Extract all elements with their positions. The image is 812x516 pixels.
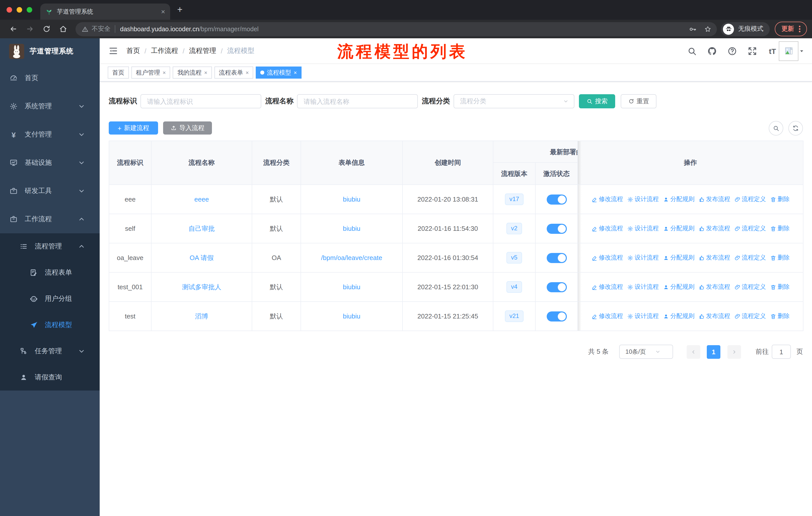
action-delete-link[interactable]: 删除 [770, 195, 790, 203]
action-edit-link[interactable]: 修改流程 [591, 253, 623, 262]
process-name-link[interactable]: 测试多审批人 [182, 283, 221, 291]
sidebar-item-devtools[interactable]: 研发工具 [0, 177, 100, 205]
action-assign-link[interactable]: 分配规则 [663, 195, 694, 203]
tag-1[interactable]: 租户管理× [132, 66, 170, 79]
search-button[interactable]: 搜索 [579, 94, 615, 108]
active-toggle[interactable] [547, 311, 567, 321]
action-design-link[interactable]: 设计流程 [627, 195, 659, 203]
avatar[interactable] [779, 41, 799, 61]
action-design-link[interactable]: 设计流程 [627, 224, 659, 233]
action-edit-link[interactable]: 修改流程 [591, 195, 623, 203]
fullscreen-icon[interactable] [748, 46, 757, 56]
sidebar-item-process-mgmt[interactable]: 流程管理 [0, 233, 100, 260]
form-info-link[interactable]: biubiu [343, 225, 360, 232]
prev-page-button[interactable] [687, 345, 700, 358]
tag-close-icon[interactable]: × [246, 70, 249, 76]
address-bar[interactable]: 不安全 dashboard.yudao.iocoder.cn /bpm/mana… [76, 22, 717, 36]
hamburger-icon[interactable] [108, 46, 118, 56]
sidebar-item-process-model[interactable]: 流程模型 [0, 312, 100, 338]
action-assign-link[interactable]: 分配规则 [663, 312, 694, 321]
page-number-button[interactable]: 1 [707, 345, 720, 358]
action-assign-link[interactable]: 分配规则 [663, 283, 694, 291]
action-edit-link[interactable]: 修改流程 [591, 312, 623, 321]
sidebar-item-system[interactable]: 系统管理 [0, 92, 100, 120]
next-page-button[interactable] [727, 345, 741, 358]
tag-close-icon[interactable]: × [294, 70, 297, 76]
search-icon[interactable] [687, 46, 697, 56]
action-edit-link[interactable]: 修改流程 [591, 283, 623, 291]
action-definition-link[interactable]: 流程定义 [734, 312, 766, 321]
tab-close-icon[interactable]: × [161, 8, 165, 15]
window-minimize-button[interactable] [17, 7, 22, 12]
filter-input[interactable] [297, 94, 418, 108]
new-tab-button[interactable]: + [177, 4, 182, 15]
form-info-link[interactable]: biubiu [343, 195, 360, 203]
sidebar-item-leave-query[interactable]: 请假查询 [0, 364, 100, 390]
action-publish-link[interactable]: 发布流程 [698, 224, 730, 233]
sidebar-item-infra[interactable]: 基础设施 [0, 148, 100, 177]
tag-close-icon[interactable]: × [163, 70, 166, 76]
refresh-table-button[interactable] [788, 121, 803, 135]
action-delete-link[interactable]: 删除 [770, 283, 790, 291]
process-name-link[interactable]: eeee [194, 195, 209, 203]
tag-2[interactable]: 我的流程× [173, 66, 212, 79]
action-delete-link[interactable]: 删除 [770, 312, 790, 321]
form-info-link[interactable]: biubiu [343, 313, 360, 320]
goto-page-input[interactable] [772, 345, 791, 359]
reset-button[interactable]: 重置 [621, 94, 657, 108]
breadcrumb-item[interactable]: 首页 [126, 46, 140, 55]
reload-icon[interactable] [42, 25, 51, 33]
browser-menu-icon[interactable] [799, 26, 801, 32]
action-delete-link[interactable]: 删除 [770, 253, 790, 262]
bookmark-star-icon[interactable] [704, 25, 712, 33]
help-icon[interactable] [727, 46, 737, 56]
toggle-search-button[interactable] [769, 121, 783, 135]
action-definition-link[interactable]: 流程定义 [734, 195, 766, 203]
sidebar-item-task-mgmt[interactable]: 任务管理 [0, 338, 100, 364]
action-design-link[interactable]: 设计流程 [627, 253, 659, 262]
active-toggle[interactable] [547, 223, 567, 234]
window-close-button[interactable] [6, 7, 12, 12]
back-icon[interactable] [9, 25, 18, 33]
github-icon[interactable] [707, 46, 717, 56]
action-publish-link[interactable]: 发布流程 [698, 195, 730, 203]
import-process-button[interactable]: 导入流程 [163, 121, 212, 135]
home-icon[interactable] [59, 25, 67, 33]
action-design-link[interactable]: 设计流程 [627, 312, 659, 321]
tag-3[interactable]: 流程表单× [214, 66, 254, 79]
action-definition-link[interactable]: 流程定义 [734, 253, 766, 262]
app-logo-row[interactable]: 芋道管理系统 [0, 38, 100, 64]
action-publish-link[interactable]: 发布流程 [698, 312, 730, 321]
filter-select[interactable]: 流程分类 [454, 94, 574, 108]
active-toggle[interactable] [547, 194, 567, 204]
caret-down-icon[interactable] [799, 48, 805, 54]
sidebar-item-process-form[interactable]: 流程表单 [0, 260, 100, 286]
action-definition-link[interactable]: 流程定义 [734, 283, 766, 291]
action-delete-link[interactable]: 删除 [770, 224, 790, 233]
browser-update-button[interactable]: 更新 [775, 22, 807, 36]
create-process-button[interactable]: + 新建流程 [109, 121, 158, 135]
form-info-link[interactable]: biubiu [343, 283, 360, 291]
page-size-select[interactable]: 10条/页 [619, 345, 673, 359]
action-design-link[interactable]: 设计流程 [627, 283, 659, 291]
action-assign-link[interactable]: 分配规则 [663, 224, 694, 233]
window-zoom-button[interactable] [27, 7, 32, 12]
breadcrumb-item[interactable]: 流程管理 [189, 46, 216, 55]
filter-input[interactable] [141, 94, 261, 108]
forward-icon[interactable] [26, 25, 34, 33]
sidebar-item-payment[interactable]: ¥支付管理 [0, 120, 100, 148]
process-name-link[interactable]: OA 请假 [190, 254, 213, 261]
action-publish-link[interactable]: 发布流程 [698, 283, 730, 291]
action-assign-link[interactable]: 分配规则 [663, 253, 694, 262]
tag-0[interactable]: 首页 [108, 66, 129, 79]
sidebar-item-workflow[interactable]: 工作流程 [0, 205, 100, 233]
action-definition-link[interactable]: 流程定义 [734, 224, 766, 233]
process-name-link[interactable]: 滔博 [195, 312, 208, 320]
action-publish-link[interactable]: 发布流程 [698, 253, 730, 262]
action-edit-link[interactable]: 修改流程 [591, 224, 623, 233]
fontsize-icon[interactable]: tT [768, 46, 777, 56]
active-toggle[interactable] [547, 282, 567, 292]
tag-close-icon[interactable]: × [204, 70, 207, 76]
tag-4[interactable]: 流程模型× [256, 66, 301, 79]
password-key-icon[interactable] [689, 25, 697, 33]
